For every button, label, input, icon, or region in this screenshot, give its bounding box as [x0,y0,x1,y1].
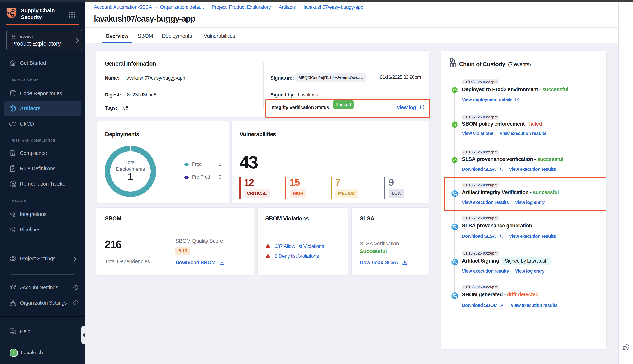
svg-text:?: ? [11,329,13,332]
